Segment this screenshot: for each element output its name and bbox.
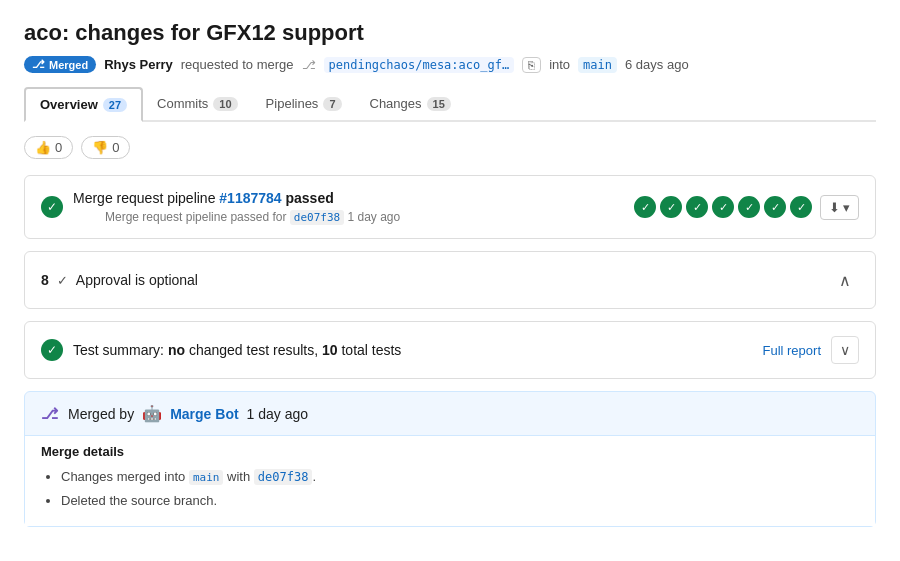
merge-details-list: Changes merged into main with de07f38. D… bbox=[41, 465, 859, 512]
merge-bot-link[interactable]: Marge Bot bbox=[170, 406, 238, 422]
thumbs-up-emoji: 👍 bbox=[35, 140, 51, 155]
tabs-row: Overview 27 Commits 10 Pipelines 7 Chang… bbox=[24, 87, 876, 122]
full-report-link[interactable]: Full report bbox=[762, 343, 821, 358]
test-row: ✓ Test summary: no changed test results,… bbox=[25, 322, 875, 378]
merged-badge: ⎇ Merged bbox=[24, 56, 96, 73]
merged-by-time: 1 day ago bbox=[247, 406, 309, 422]
pipeline-header: ✓ Merge request pipeline #1187784 passed… bbox=[41, 190, 859, 224]
test-expand-button[interactable]: ∨ bbox=[831, 336, 859, 364]
tab-changes-label: Changes bbox=[370, 96, 422, 111]
merge-badge-icon: ⎇ bbox=[32, 58, 45, 71]
test-mid: changed test results, bbox=[189, 342, 318, 358]
into-text: into bbox=[549, 57, 570, 72]
test-pre: Test summary: bbox=[73, 342, 164, 358]
merge-detail-1: Changes merged into main with de07f38. bbox=[61, 465, 859, 489]
merged-by-pre: Merged by bbox=[68, 406, 134, 422]
pipeline-status: passed bbox=[286, 190, 334, 206]
test-left: ✓ Test summary: no changed test results,… bbox=[41, 339, 401, 361]
check-5[interactable]: ✓ bbox=[738, 196, 760, 218]
tab-pipelines-label: Pipelines bbox=[266, 96, 319, 111]
pipeline-download-button[interactable]: ⬇ ▾ bbox=[820, 195, 859, 220]
tab-commits[interactable]: Commits 10 bbox=[143, 88, 252, 121]
tab-pipelines-count: 7 bbox=[323, 97, 341, 111]
target-branch[interactable]: main bbox=[578, 57, 617, 73]
check-4[interactable]: ✓ bbox=[712, 196, 734, 218]
approval-card: 8 ✓ Approval is optional ∧ bbox=[24, 251, 876, 309]
source-branch[interactable]: pendingchaos/mesa:aco_gf… bbox=[324, 57, 515, 73]
tab-overview-label: Overview bbox=[40, 97, 98, 112]
tab-commits-label: Commits bbox=[157, 96, 208, 111]
test-bold1: no bbox=[168, 342, 185, 358]
pipeline-success-icon: ✓ bbox=[41, 196, 63, 218]
pipeline-card-body: ✓ Merge request pipeline #1187784 passed… bbox=[25, 176, 875, 238]
merge-details: Merge details Changes merged into main w… bbox=[25, 435, 875, 526]
thumbs-down-emoji: 👎 bbox=[92, 140, 108, 155]
check-6[interactable]: ✓ bbox=[764, 196, 786, 218]
merged-by-header: ⎇ Merged by 🤖 Marge Bot 1 day ago bbox=[25, 392, 875, 435]
check-2[interactable]: ✓ bbox=[660, 196, 682, 218]
test-summary-card: ✓ Test summary: no changed test results,… bbox=[24, 321, 876, 379]
tab-changes-count: 15 bbox=[427, 97, 451, 111]
tab-pipelines[interactable]: Pipelines 7 bbox=[252, 88, 356, 121]
detail1-mid: with bbox=[227, 469, 250, 484]
test-text: Test summary: no changed test results, 1… bbox=[73, 342, 401, 358]
copy-branch-button[interactable]: ⎘ bbox=[522, 57, 541, 73]
download-icon: ⬇ bbox=[829, 200, 840, 215]
test-bold2: 10 bbox=[322, 342, 338, 358]
pipeline-link[interactable]: #1187784 bbox=[219, 190, 281, 206]
page-title: aco: changes for GFX12 support bbox=[24, 20, 876, 46]
approval-left: 8 ✓ Approval is optional bbox=[41, 272, 198, 288]
pipeline-right: ✓ ✓ ✓ ✓ ✓ ✓ ✓ ⬇ ▾ bbox=[634, 195, 859, 220]
author-name: Rhys Perry bbox=[104, 57, 173, 72]
test-success-icon: ✓ bbox=[41, 339, 63, 361]
test-right: Full report ∨ bbox=[762, 336, 859, 364]
pipeline-title: Merge request pipeline #1187784 passed bbox=[73, 190, 400, 206]
approval-label: Approval is optional bbox=[76, 272, 198, 288]
detail1-commit-link[interactable]: de07f38 bbox=[254, 469, 313, 485]
check-7[interactable]: ✓ bbox=[790, 196, 812, 218]
dropdown-chevron-icon: ▾ bbox=[843, 200, 850, 215]
thumbs-up-count: 0 bbox=[55, 140, 62, 155]
pipeline-subtitle-time: 1 day ago bbox=[348, 210, 401, 224]
approval-count: 8 bbox=[41, 272, 49, 288]
branch-icon: ⎇ bbox=[302, 58, 316, 72]
pipeline-commit-hash[interactable]: de07f38 bbox=[290, 210, 344, 225]
merge-detail-2: Deleted the source branch. bbox=[61, 489, 859, 512]
approval-collapse-button[interactable]: ∧ bbox=[831, 266, 859, 294]
thumbs-up-button[interactable]: 👍 0 bbox=[24, 136, 73, 159]
detail1-post: . bbox=[312, 469, 316, 484]
tab-overview[interactable]: Overview 27 bbox=[24, 87, 143, 122]
pipeline-checks: ✓ ✓ ✓ ✓ ✓ ✓ ✓ bbox=[634, 196, 812, 218]
pipeline-info: Merge request pipeline #1187784 passed M… bbox=[73, 190, 400, 224]
test-post: total tests bbox=[341, 342, 401, 358]
merged-label: Merged bbox=[49, 59, 88, 71]
approval-checkmark-icon: ✓ bbox=[57, 273, 68, 288]
tab-commits-count: 10 bbox=[213, 97, 237, 111]
pipeline-subtitle: Merge request pipeline passed for de07f3… bbox=[105, 210, 400, 224]
merge-bot-avatar-emoji: 🤖 bbox=[142, 404, 162, 423]
check-3[interactable]: ✓ bbox=[686, 196, 708, 218]
action-text: requested to merge bbox=[181, 57, 294, 72]
reaction-row: 👍 0 👎 0 bbox=[24, 136, 876, 159]
merge-time: 6 days ago bbox=[625, 57, 689, 72]
merged-by-card: ⎇ Merged by 🤖 Marge Bot 1 day ago Merge … bbox=[24, 391, 876, 527]
detail1-pre: Changes merged into bbox=[61, 469, 185, 484]
check-1[interactable]: ✓ bbox=[634, 196, 656, 218]
chevron-down-icon: ∨ bbox=[840, 342, 850, 358]
merge-git-icon: ⎇ bbox=[41, 405, 58, 423]
approval-row: 8 ✓ Approval is optional ∧ bbox=[25, 252, 875, 308]
tab-changes[interactable]: Changes 15 bbox=[356, 88, 465, 121]
pipeline-left: ✓ Merge request pipeline #1187784 passed… bbox=[41, 190, 400, 224]
thumbs-down-button[interactable]: 👎 0 bbox=[81, 136, 130, 159]
merge-details-title: Merge details bbox=[41, 444, 859, 459]
merge-status-row: ⎇ Merged Rhys Perry requested to merge ⎇… bbox=[24, 56, 876, 73]
tab-overview-count: 27 bbox=[103, 98, 127, 112]
detail1-branch: main bbox=[189, 470, 224, 485]
pipeline-pre-text: Merge request pipeline bbox=[73, 190, 215, 206]
pipeline-subtitle-pre: Merge request pipeline passed for bbox=[105, 210, 286, 224]
thumbs-down-count: 0 bbox=[112, 140, 119, 155]
pipeline-card: ✓ Merge request pipeline #1187784 passed… bbox=[24, 175, 876, 239]
